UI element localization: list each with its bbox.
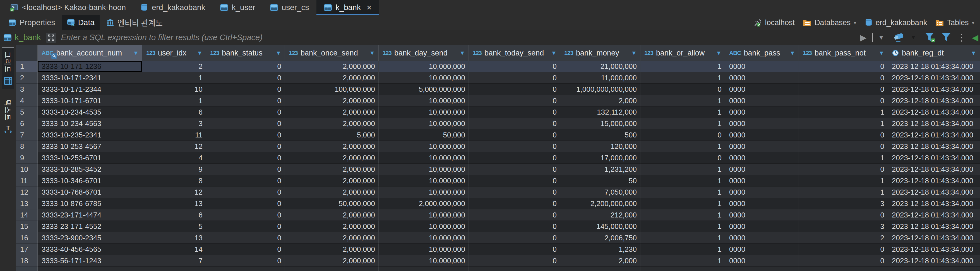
cell-bank_or_allow[interactable]: 0 bbox=[640, 129, 725, 141]
cell-bank_or_allow[interactable]: 1 bbox=[640, 106, 725, 118]
empty-cell[interactable] bbox=[38, 266, 142, 271]
cell-bank_status[interactable]: 0 bbox=[206, 221, 285, 232]
cell-bank_or_allow[interactable]: 1 bbox=[640, 175, 725, 187]
cell-bank_account_num[interactable]: 3333-10-171-2344 bbox=[38, 84, 142, 95]
cell-bank_once_send[interactable]: 2,000,000 bbox=[285, 221, 379, 232]
cell-bank_account_num[interactable]: 3333-23-900-2345 bbox=[38, 232, 142, 244]
cell-bank_day_send[interactable]: 10,000,000 bbox=[379, 72, 469, 84]
column-header-bank_today_send[interactable]: 123bank_today_send▼ bbox=[469, 45, 560, 61]
cell-bank_money[interactable]: 2,000 bbox=[560, 255, 640, 266]
cell-bank_pass[interactable]: 0000 bbox=[725, 164, 799, 175]
cell-bank_today_send[interactable]: 0 bbox=[469, 198, 560, 209]
cell-bank_reg_dt[interactable]: 2023-12-18 01:43:34.000 bbox=[888, 221, 980, 232]
cell-bank_money[interactable]: 11,000,000 bbox=[560, 72, 640, 84]
cell-bank_once_send[interactable]: 100,000,000 bbox=[285, 84, 379, 95]
cell-bank_pass[interactable]: 0000 bbox=[725, 118, 799, 129]
cell-bank_once_send[interactable]: 2,000,000 bbox=[285, 209, 379, 221]
cell-bank_reg_dt[interactable]: 2023-12-18 01:43:34.000 bbox=[888, 118, 980, 129]
column-header-bank_pass_not[interactable]: 123bank_pass_not▼ bbox=[799, 45, 888, 61]
cell-bank_pass_not[interactable]: 0 bbox=[799, 244, 888, 255]
cell-bank_reg_dt[interactable]: 2023-12-18 01:43:34.000 bbox=[888, 209, 980, 221]
cell-bank_status[interactable]: 0 bbox=[206, 244, 285, 255]
cell-bank_reg_dt[interactable]: 2023-12-18 01:43:34.000 bbox=[888, 129, 980, 141]
cell-user_idx[interactable]: 6 bbox=[142, 209, 206, 221]
cell-bank_or_allow[interactable]: 1 bbox=[640, 141, 725, 152]
save-filter-icon[interactable] bbox=[924, 32, 935, 43]
cell-bank_pass[interactable]: 0000 bbox=[725, 106, 799, 118]
cell-bank_money[interactable]: 120,000 bbox=[560, 141, 640, 152]
kebab-menu-icon[interactable]: ⋮ bbox=[957, 34, 966, 41]
row-number[interactable]: 17 bbox=[16, 244, 38, 255]
cell-bank_account_num[interactable]: 3333-56-171-1243 bbox=[38, 255, 142, 266]
column-filter-arrow-icon[interactable]: ▼ bbox=[968, 50, 976, 56]
cell-user_idx[interactable]: 7 bbox=[142, 255, 206, 266]
column-filter-arrow-icon[interactable]: ▼ bbox=[549, 50, 557, 56]
tab-k-bank[interactable]: k_bank × bbox=[317, 0, 379, 15]
breadcrumb-localhost[interactable]: localhost bbox=[754, 18, 795, 27]
cell-bank_day_send[interactable]: 10,000,000 bbox=[379, 232, 469, 244]
cell-bank_status[interactable]: 0 bbox=[206, 141, 285, 152]
cell-bank_day_send[interactable]: 10,000,000 bbox=[379, 187, 469, 198]
row-number[interactable]: 4 bbox=[16, 95, 38, 106]
cell-bank_reg_dt[interactable]: 2023-12-18 01:43:34.000 bbox=[888, 187, 980, 198]
cell-bank_once_send[interactable]: 50,000,000 bbox=[285, 198, 379, 209]
cell-bank_reg_dt[interactable]: 2023-12-18 01:43:34.000 bbox=[888, 232, 980, 244]
cell-bank_pass[interactable]: 0000 bbox=[725, 72, 799, 84]
erase-filter-icon[interactable] bbox=[894, 33, 905, 42]
cell-bank_status[interactable]: 0 bbox=[206, 175, 285, 187]
cell-user_idx[interactable]: 1 bbox=[142, 72, 206, 84]
cell-bank_today_send[interactable]: 0 bbox=[469, 84, 560, 95]
cell-bank_pass_not[interactable]: 1 bbox=[799, 106, 888, 118]
cell-bank_money[interactable]: 2,006,750 bbox=[560, 232, 640, 244]
filter-history-dropdown-icon[interactable]: ▼ bbox=[878, 34, 884, 41]
cell-bank_day_send[interactable]: 10,000,000 bbox=[379, 152, 469, 164]
cell-bank_money[interactable]: 132,112,000 bbox=[560, 106, 640, 118]
cell-user_idx[interactable]: 6 bbox=[142, 106, 206, 118]
column-header-bank_day_send[interactable]: 123bank_day_send▼ bbox=[379, 45, 469, 61]
empty-cell[interactable] bbox=[725, 266, 799, 271]
cell-bank_reg_dt[interactable]: 2023-12-18 01:43:34.000 bbox=[888, 72, 980, 84]
cell-bank_account_num[interactable]: 3333-10-253-4567 bbox=[38, 141, 142, 152]
breadcrumb-databases[interactable]: Databases ▾ bbox=[803, 18, 856, 27]
cell-bank_once_send[interactable]: 2,000,000 bbox=[285, 118, 379, 129]
cell-bank_once_send[interactable]: 2,000,000 bbox=[285, 232, 379, 244]
column-filter-arrow-icon[interactable]: ▼ bbox=[194, 50, 203, 56]
empty-cell[interactable] bbox=[206, 266, 285, 271]
column-header-bank_or_allow[interactable]: 123bank_or_allow▼ bbox=[640, 45, 725, 61]
cell-bank_day_send[interactable]: 50,000 bbox=[379, 129, 469, 141]
cell-bank_day_send[interactable]: 10,000,000 bbox=[379, 141, 469, 152]
cell-user_idx[interactable]: 13 bbox=[142, 198, 206, 209]
cell-bank_day_send[interactable]: 10,000,000 bbox=[379, 244, 469, 255]
cell-bank_or_allow[interactable]: 1 bbox=[640, 118, 725, 129]
cell-bank_pass[interactable]: 0000 bbox=[725, 255, 799, 266]
cell-bank_today_send[interactable]: 0 bbox=[469, 175, 560, 187]
cell-bank_day_send[interactable]: 10,000,000 bbox=[379, 95, 469, 106]
cell-bank_or_allow[interactable]: 1 bbox=[640, 198, 725, 209]
cell-bank_pass_not[interactable]: 1 bbox=[799, 187, 888, 198]
column-header-bank_account_num[interactable]: ABCbank_account_num▼ bbox=[38, 45, 142, 61]
cell-bank_today_send[interactable]: 0 bbox=[469, 209, 560, 221]
cell-bank_today_send[interactable]: 0 bbox=[469, 221, 560, 232]
cell-bank_pass_not[interactable]: 0 bbox=[799, 61, 888, 72]
cell-bank_day_send[interactable]: 10,000,000 bbox=[379, 61, 469, 72]
row-number[interactable]: 18 bbox=[16, 255, 38, 266]
cell-bank_day_send[interactable]: 2,000,000,000 bbox=[379, 198, 469, 209]
cell-bank_account_num[interactable]: 3333-10-235-2341 bbox=[38, 129, 142, 141]
tab-properties[interactable]: Properties bbox=[3, 15, 60, 30]
cell-bank_today_send[interactable]: 0 bbox=[469, 255, 560, 266]
custom-filter-icon[interactable] bbox=[941, 33, 951, 43]
column-filter-arrow-icon[interactable]: ▼ bbox=[787, 50, 795, 56]
cell-bank_money[interactable]: 50 bbox=[560, 175, 640, 187]
cell-bank_pass_not[interactable]: 0 bbox=[799, 129, 888, 141]
cell-bank_or_allow[interactable]: 1 bbox=[640, 221, 725, 232]
cell-bank_money[interactable]: 145,000,000 bbox=[560, 221, 640, 232]
cell-bank_once_send[interactable]: 2,000,000 bbox=[285, 152, 379, 164]
cell-bank_money[interactable]: 15,000,000 bbox=[560, 118, 640, 129]
cell-bank_pass[interactable]: 0000 bbox=[725, 84, 799, 95]
cell-bank_status[interactable]: 0 bbox=[206, 164, 285, 175]
cell-bank_pass[interactable]: 0000 bbox=[725, 61, 799, 72]
column-filter-arrow-icon[interactable]: ▼ bbox=[457, 50, 465, 56]
cell-bank_pass[interactable]: 0000 bbox=[725, 141, 799, 152]
empty-cell[interactable] bbox=[285, 266, 379, 271]
column-filter-arrow-icon[interactable]: ▼ bbox=[876, 50, 884, 56]
